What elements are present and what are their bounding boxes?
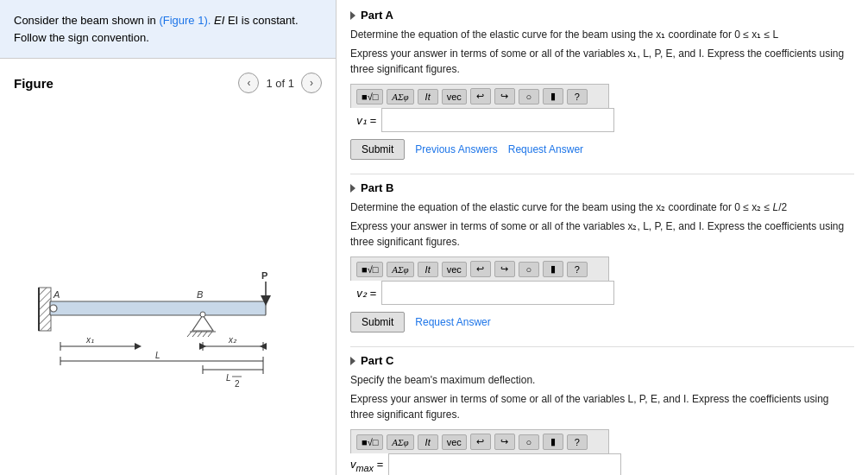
right-panel: Part A Determine the equation of the ela… bbox=[337, 0, 868, 475]
part-a-express: Express your answer in terms of some or … bbox=[350, 46, 854, 77]
part-a-var-label: v₁ = bbox=[350, 114, 376, 127]
part-b-actions: Submit Request Answer bbox=[350, 312, 854, 332]
toolbar-help-btn-c[interactable]: ? bbox=[567, 434, 588, 450]
beam-figure-svg: A B P bbox=[35, 218, 302, 391]
part-c-collapse-icon[interactable] bbox=[350, 357, 355, 365]
part-b-collapse-icon[interactable] bbox=[350, 184, 355, 193]
svg-line-6 bbox=[187, 332, 192, 337]
part-c-input-row: vmax = bbox=[350, 453, 854, 475]
svg-point-11 bbox=[200, 312, 205, 317]
part-a-label: Part A bbox=[361, 9, 393, 22]
toolbar-undo-btn-a[interactable]: ↩ bbox=[470, 88, 491, 104]
part-c-var-label: vmax = bbox=[350, 458, 383, 473]
part-c-label: Part C bbox=[361, 354, 393, 367]
svg-text:x₁: x₁ bbox=[85, 335, 94, 345]
figure-link[interactable]: (Figure 1). bbox=[159, 14, 211, 27]
problem-text-box: Consider the beam shown in (Figure 1). E… bbox=[0, 0, 336, 59]
svg-line-8 bbox=[198, 332, 202, 337]
part-a-prev-answers-link[interactable]: Previous Answers bbox=[415, 143, 497, 155]
part-b-submit-button[interactable]: Submit bbox=[350, 312, 405, 332]
part-a-input[interactable] bbox=[381, 108, 614, 132]
toolbar-redo-btn-c[interactable]: ↪ bbox=[494, 434, 515, 450]
toolbar-reset-btn-a[interactable]: ○ bbox=[519, 89, 539, 104]
toolbar-redo-btn-b[interactable]: ↪ bbox=[494, 261, 515, 277]
part-b-var-label: v₂ = bbox=[350, 287, 376, 300]
toolbar-vec-btn-a[interactable]: vec bbox=[442, 89, 467, 104]
toolbar-sqrt-btn-c[interactable]: ■√□ bbox=[356, 434, 383, 450]
part-b-input-row: v₂ = bbox=[350, 281, 854, 305]
toolbar-it-btn-c[interactable]: It bbox=[418, 434, 438, 450]
svg-text:L: L bbox=[226, 373, 231, 383]
part-a-request-link[interactable]: Request Answer bbox=[508, 143, 583, 155]
svg-text:P: P bbox=[261, 270, 267, 281]
part-a-collapse-icon[interactable] bbox=[350, 11, 355, 20]
part-c-desc: Specify the beam's maximum deflection. bbox=[350, 372, 854, 388]
part-a-actions: Submit Previous Answers Request Answer bbox=[350, 139, 854, 160]
toolbar-sigma-btn-a[interactable]: ΑΣφ bbox=[387, 89, 413, 104]
toolbar-sqrt-btn-a[interactable]: ■√□ bbox=[356, 89, 383, 104]
part-a-submit-button[interactable]: Submit bbox=[350, 139, 405, 160]
page-indicator: 1 of 1 bbox=[266, 77, 294, 90]
toolbar-reset-btn-b[interactable]: ○ bbox=[519, 262, 539, 277]
ei-text: EI bbox=[214, 14, 224, 27]
problem-text-1: Consider the beam shown in bbox=[14, 14, 156, 27]
toolbar-reset-btn-c[interactable]: ○ bbox=[519, 434, 539, 450]
toolbar-vec-btn-b[interactable]: vec bbox=[442, 262, 467, 277]
svg-point-33 bbox=[50, 305, 57, 312]
beam-diagram: A B P bbox=[0, 98, 336, 475]
toolbar-kb-btn-b[interactable]: ▮ bbox=[543, 261, 563, 277]
svg-text:A: A bbox=[53, 289, 60, 300]
part-c-header: Part C bbox=[350, 354, 854, 367]
svg-text:L: L bbox=[155, 351, 160, 360]
toolbar-it-btn-b[interactable]: It bbox=[418, 262, 438, 277]
toolbar-it-btn-a[interactable]: It bbox=[418, 89, 438, 104]
part-a-section: Part A Determine the equation of the ela… bbox=[350, 9, 854, 160]
svg-rect-3 bbox=[50, 301, 266, 315]
part-a-header: Part A bbox=[350, 9, 854, 22]
svg-line-9 bbox=[203, 332, 207, 337]
part-b-header: Part B bbox=[350, 181, 854, 194]
left-panel: Consider the beam shown in (Figure 1). E… bbox=[0, 0, 337, 475]
toolbar-help-btn-b[interactable]: ? bbox=[567, 262, 588, 277]
figure-nav: Figure ‹ 1 of 1 › bbox=[0, 67, 336, 98]
toolbar-vec-btn-c[interactable]: vec bbox=[442, 434, 467, 450]
toolbar-kb-btn-c[interactable]: ▮ bbox=[543, 434, 563, 450]
svg-rect-1 bbox=[39, 288, 51, 331]
figure-area: Figure ‹ 1 of 1 › bbox=[0, 59, 336, 475]
svg-marker-4 bbox=[192, 315, 213, 331]
toolbar-kb-btn-a[interactable]: ▮ bbox=[543, 88, 563, 104]
toolbar-undo-btn-b[interactable]: ↩ bbox=[470, 261, 491, 277]
toolbar-sigma-btn-b[interactable]: ΑΣφ bbox=[387, 262, 413, 277]
toolbar-redo-btn-a[interactable]: ↪ bbox=[494, 88, 515, 104]
part-c-express: Express your answer in terms of some or … bbox=[350, 391, 854, 422]
sign-convention-text: Follow the sign convention. bbox=[14, 31, 149, 44]
part-c-input[interactable] bbox=[388, 453, 621, 475]
part-c-section: Part C Specify the beam's maximum deflec… bbox=[350, 354, 854, 475]
part-b-express: Express your answer in terms of some or … bbox=[350, 218, 854, 250]
svg-line-7 bbox=[192, 332, 197, 337]
toolbar-help-btn-a[interactable]: ? bbox=[567, 89, 588, 104]
part-a-toolbar: ■√□ ΑΣφ It vec ↩ ↪ ○ ▮ ? bbox=[350, 84, 609, 108]
part-c-toolbar: ■√□ ΑΣφ It vec ↩ ↪ ○ ▮ ? bbox=[350, 429, 609, 453]
part-b-label: Part B bbox=[361, 181, 393, 194]
svg-line-10 bbox=[208, 332, 212, 337]
part-b-input[interactable] bbox=[381, 281, 614, 305]
toolbar-sqrt-btn-b[interactable]: ■√□ bbox=[356, 262, 383, 277]
next-figure-button[interactable]: › bbox=[301, 73, 322, 93]
part-a-desc: Determine the equation of the elastic cu… bbox=[350, 27, 854, 42]
toolbar-undo-btn-c[interactable]: ↩ bbox=[470, 434, 491, 450]
figure-label: Figure bbox=[14, 76, 231, 91]
part-b-toolbar: ■√□ ΑΣφ It vec ↩ ↪ ○ ▮ ? bbox=[350, 256, 609, 281]
svg-text:2: 2 bbox=[235, 379, 240, 389]
part-b-section: Part B Determine the equation of the ela… bbox=[350, 181, 854, 332]
part-a-input-row: v₁ = bbox=[350, 108, 854, 132]
part-b-request-link[interactable]: Request Answer bbox=[415, 316, 490, 328]
svg-text:x₂: x₂ bbox=[228, 335, 237, 345]
part-b-desc: Determine the equation of the elastic cu… bbox=[350, 200, 854, 215]
prev-figure-button[interactable]: ‹ bbox=[238, 73, 259, 93]
svg-text:B: B bbox=[197, 289, 203, 300]
toolbar-sigma-btn-c[interactable]: ΑΣφ bbox=[387, 434, 413, 450]
